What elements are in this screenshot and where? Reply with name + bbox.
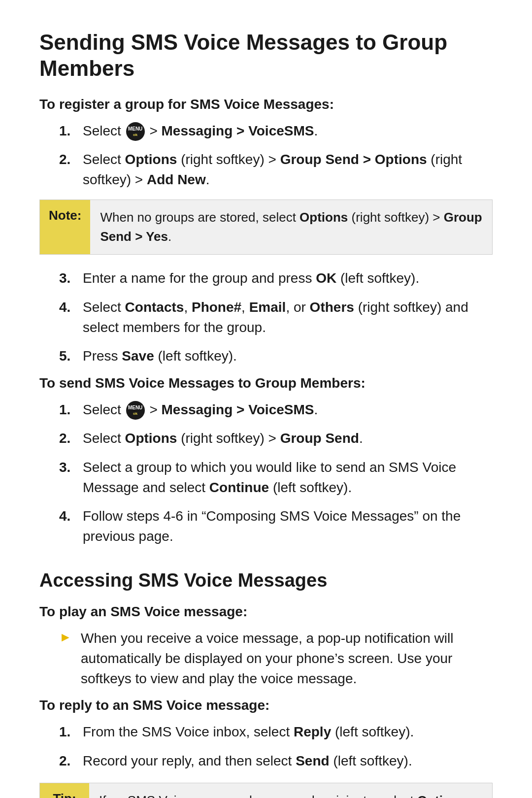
step-content-3: Enter a name for the group and press OK … bbox=[83, 268, 493, 289]
step-number-5: 5. bbox=[59, 346, 83, 366]
bullet-arrow-icon: ► bbox=[59, 630, 81, 645]
register-step-3: 3. Enter a name for the group and press … bbox=[59, 268, 493, 289]
send-step-number-2: 2. bbox=[59, 429, 83, 449]
reply-step-number-1: 1. bbox=[59, 722, 83, 742]
tip-content: If an SMS Voice message has several reci… bbox=[89, 783, 492, 798]
section2-title: Accessing SMS Voice Messages bbox=[39, 570, 493, 591]
note-content: When no groups are stored, select Option… bbox=[90, 200, 492, 254]
step-content-1: Select MENU ok > Messaging > VoiceSMS. bbox=[83, 121, 493, 141]
send-step-content-4: Follow steps 4-6 in “Composing SMS Voice… bbox=[83, 506, 493, 546]
send-step-number-1: 1. bbox=[59, 400, 83, 420]
send-step-content-3: Select a group to which you would like t… bbox=[83, 458, 493, 498]
step-number-2: 2. bbox=[59, 150, 83, 170]
register-step-1: 1. Select MENU ok > Messaging > VoiceSMS… bbox=[59, 121, 493, 141]
step-number-1: 1. bbox=[59, 121, 83, 141]
note-label: Note: bbox=[40, 200, 90, 254]
step-number-3: 3. bbox=[59, 268, 83, 289]
menu-ok-icon-2: MENU ok bbox=[126, 401, 145, 420]
step-content-5: Press Save (left softkey). bbox=[83, 346, 493, 366]
register-heading: To register a group for SMS Voice Messag… bbox=[39, 97, 493, 112]
register-step-5: 5. Press Save (left softkey). bbox=[59, 346, 493, 366]
send-heading: To send SMS Voice Messages to Group Memb… bbox=[39, 375, 493, 391]
section1-title: Sending SMS Voice Messages to Group Memb… bbox=[39, 30, 493, 82]
reply-heading: To reply to an SMS Voice message: bbox=[39, 698, 493, 713]
menu-ok-icon: MENU ok bbox=[126, 122, 145, 141]
play-bullet-text: When you receive a voice message, a pop-… bbox=[81, 629, 493, 689]
tip-box: Tip: If an SMS Voice message has several… bbox=[39, 783, 493, 798]
send-step-number-3: 3. bbox=[59, 458, 83, 478]
send-step-3: 3. Select a group to which you would lik… bbox=[59, 458, 493, 498]
send-step-4: 4. Follow steps 4-6 in “Composing SMS Vo… bbox=[59, 506, 493, 546]
step-content-2: Select Options (right softkey) > Group S… bbox=[83, 150, 493, 190]
reply-step-number-2: 2. bbox=[59, 751, 83, 771]
step-number-4: 4. bbox=[59, 298, 83, 318]
reply-step-content-2: Record your reply, and then select Send … bbox=[83, 751, 493, 771]
play-bullet-section: ► When you receive a voice message, a po… bbox=[59, 629, 493, 689]
send-step-2: 2. Select Options (right softkey) > Grou… bbox=[59, 429, 493, 449]
register-step-4: 4. Select Contacts, Phone#, Email, or Ot… bbox=[59, 298, 493, 337]
step-content-4: Select Contacts, Phone#, Email, or Other… bbox=[83, 298, 493, 337]
reply-step-content-1: From the SMS Voice inbox, select Reply (… bbox=[83, 722, 493, 742]
send-step-1: 1. Select MENU ok > Messaging > VoiceSMS… bbox=[59, 400, 493, 420]
play-heading: To play an SMS Voice message: bbox=[39, 604, 493, 620]
reply-step-1: 1. From the SMS Voice inbox, select Repl… bbox=[59, 722, 493, 742]
send-step-content-2: Select Options (right softkey) > Group S… bbox=[83, 429, 493, 449]
reply-step-2: 2. Record your reply, and then select Se… bbox=[59, 751, 493, 771]
send-step-number-4: 4. bbox=[59, 506, 83, 527]
tip-label: Tip: bbox=[40, 783, 89, 798]
register-step-2: 2. Select Options (right softkey) > Grou… bbox=[59, 150, 493, 190]
play-bullet-item: ► When you receive a voice message, a po… bbox=[59, 629, 493, 689]
send-step-content-1: Select MENU ok > Messaging > VoiceSMS. bbox=[83, 400, 493, 420]
note-box: Note: When no groups are stored, select … bbox=[39, 200, 493, 255]
